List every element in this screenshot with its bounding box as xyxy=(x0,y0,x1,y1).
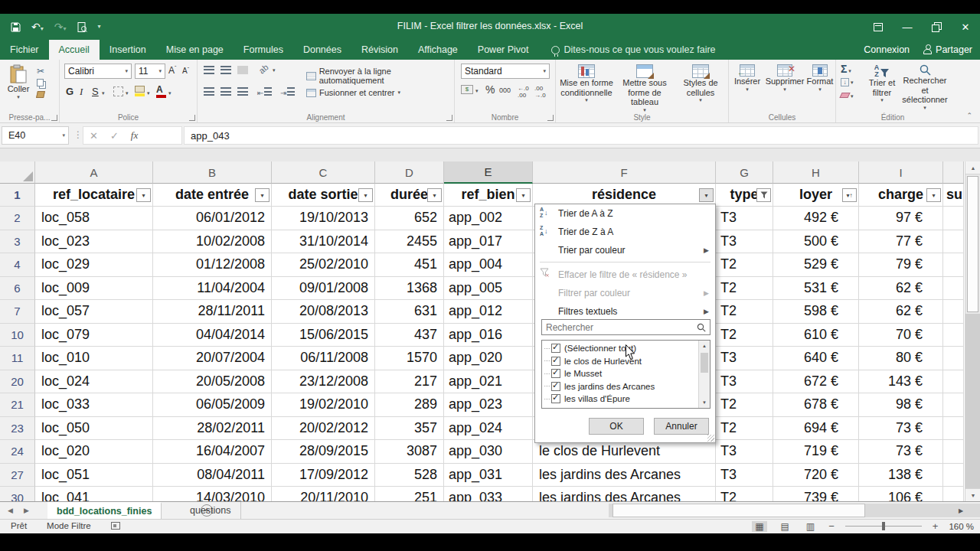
worksheet-grid[interactable]: ABCDEFGHI1ref_locataire▾date entrée▾date… xyxy=(0,161,965,501)
align-right-icon[interactable] xyxy=(237,87,248,96)
cell[interactable] xyxy=(943,464,964,487)
checkbox-checked[interactable] xyxy=(551,369,560,378)
filter-list-scrollbar[interactable]: ▲ ▼ xyxy=(698,341,710,408)
ribbon-tab-fichier[interactable]: Fichier xyxy=(0,40,49,60)
cell[interactable]: 28/11/2011 xyxy=(153,300,272,324)
cancel-entry-icon[interactable]: ✕ xyxy=(90,130,98,142)
confirm-entry-icon[interactable]: ✓ xyxy=(110,130,119,142)
cell[interactable]: 19/10/2013 xyxy=(272,207,375,230)
column-letter-B[interactable]: B xyxy=(153,161,272,184)
bold-button[interactable]: G xyxy=(66,86,74,97)
tell-me-box[interactable]: Dites-nous ce que vous voulez faire xyxy=(539,40,716,60)
cell[interactable]: T2 xyxy=(716,300,773,324)
cell[interactable]: T3 xyxy=(716,347,773,370)
merge-center-button[interactable]: Fusionner et centrer▾ xyxy=(306,88,400,97)
thousands-icon[interactable]: 000 xyxy=(499,86,511,94)
cell[interactable]: 10/02/2008 xyxy=(153,230,272,254)
cell[interactable]: loc_079 xyxy=(35,324,153,347)
clipboard-dialog-launcher[interactable] xyxy=(51,115,57,121)
cell[interactable]: app_016 xyxy=(444,324,533,347)
menu-resize-grip[interactable] xyxy=(707,435,714,442)
name-box-arrow-icon[interactable]: ▾ xyxy=(62,132,65,139)
list-scroll-up-icon[interactable]: ▲ xyxy=(699,341,710,351)
scroll-up-icon[interactable]: ▲ xyxy=(965,161,980,174)
cell[interactable]: 598 € xyxy=(773,300,859,324)
cell[interactable]: le clos de Hurlevent xyxy=(533,440,716,464)
ribbon-tab-mise-en-page[interactable]: Mise en page xyxy=(156,40,234,60)
number-dialog-launcher[interactable] xyxy=(547,115,554,121)
clear-icon[interactable]: ▾ xyxy=(841,90,853,99)
cell[interactable]: loc_024 xyxy=(35,370,153,394)
cell[interactable]: loc_009 xyxy=(35,277,153,301)
cell[interactable]: loc_020 xyxy=(35,440,153,464)
filter-option-le-musset[interactable]: le Musset xyxy=(542,367,710,380)
list-scroll-down-icon[interactable]: ▼ xyxy=(699,397,710,408)
close-button[interactable]: ✕ xyxy=(951,14,980,40)
cell[interactable]: 28/09/2015 xyxy=(272,440,375,464)
format-as-table-button[interactable]: Mettre sous forme de tableau▾ xyxy=(616,61,674,113)
cut-icon[interactable]: ✂ xyxy=(37,66,44,77)
column-letter-F[interactable]: F xyxy=(533,161,716,184)
row-number-10[interactable]: 10 xyxy=(0,324,35,347)
cell[interactable]: 17/09/2012 xyxy=(272,464,375,487)
cell[interactable]: app_024 xyxy=(444,417,533,441)
cell[interactable]: 14/03/2010 xyxy=(153,487,272,501)
fill-color-icon[interactable] xyxy=(135,86,145,96)
cell[interactable]: 25/02/2010 xyxy=(272,253,375,277)
column-letter-E[interactable]: E xyxy=(444,161,533,184)
row-number-21[interactable]: 21 xyxy=(0,393,35,417)
cell[interactable]: app_023 xyxy=(444,393,533,417)
align-middle-icon[interactable] xyxy=(220,66,231,74)
cell[interactable]: 678 € xyxy=(773,393,859,417)
vertical-scroll-thumb[interactable] xyxy=(967,176,978,312)
cell[interactable]: 20/05/2008 xyxy=(153,370,272,394)
cell[interactable] xyxy=(943,230,964,254)
cell[interactable]: 62 € xyxy=(859,300,943,324)
cell[interactable]: T3 xyxy=(716,440,773,464)
row-number-3[interactable]: 3 xyxy=(0,230,35,254)
scroll-right-icon[interactable]: ▶ xyxy=(954,504,968,517)
cell[interactable]: app_005 xyxy=(444,277,533,301)
cancel-button[interactable]: Annuler xyxy=(654,418,709,435)
filter-button-charge[interactable]: ▾ xyxy=(926,188,941,202)
font-name-combo[interactable]: Calibri▾ xyxy=(64,64,132,79)
cell[interactable]: 640 € xyxy=(773,347,859,370)
menu-item-trier-par-couleur[interactable]: Trier par couleur▶ xyxy=(535,241,715,259)
cell[interactable]: app_017 xyxy=(444,230,533,254)
row-number-23[interactable]: 23 xyxy=(0,417,35,441)
share-button[interactable]: Partager xyxy=(923,44,972,55)
ok-button[interactable]: OK xyxy=(589,418,644,435)
filter-search-input[interactable]: Rechercher xyxy=(541,319,710,335)
cell[interactable] xyxy=(943,393,964,417)
cell[interactable]: 19/02/2010 xyxy=(272,393,375,417)
cell[interactable]: T3 xyxy=(716,207,773,230)
cell[interactable]: 73 € xyxy=(859,440,943,464)
sheet-tab-bdd_locations_finies[interactable]: bdd_locations_finies xyxy=(47,502,162,519)
cell[interactable]: 500 € xyxy=(773,230,859,254)
cell[interactable]: 739 € xyxy=(773,487,859,501)
borders-icon[interactable] xyxy=(113,86,123,96)
zoom-out-icon[interactable]: − xyxy=(828,520,835,532)
cell-styles-button[interactable]: Styles de cellules▾ xyxy=(674,61,727,103)
checkbox-checked[interactable] xyxy=(551,357,560,366)
filter-button-type[interactable] xyxy=(756,188,771,202)
align-dialog-launcher[interactable] xyxy=(446,115,452,121)
cell[interactable]: app_033 xyxy=(444,487,533,501)
italic-button[interactable]: I xyxy=(80,86,83,98)
column-letter-A[interactable]: A xyxy=(35,161,153,184)
connexion-button[interactable]: Connexion xyxy=(864,44,910,55)
cell[interactable]: 15/06/2015 xyxy=(272,324,375,347)
macro-record-icon[interactable] xyxy=(111,522,120,530)
row-number-24[interactable]: 24 xyxy=(0,440,35,464)
cell[interactable]: T2 xyxy=(716,487,773,501)
cell[interactable]: 01/12/2008 xyxy=(153,253,272,277)
select-all-corner[interactable] xyxy=(0,161,35,184)
row-number-1[interactable]: 1 xyxy=(0,184,35,207)
page-layout-view-icon[interactable]: ▤ xyxy=(778,521,792,532)
sheet-tab-questions[interactable]: questions xyxy=(181,502,241,519)
checkbox-checked[interactable] xyxy=(551,394,560,403)
name-box[interactable]: E40▾ xyxy=(2,126,69,145)
cell[interactable]: 20/07/2004 xyxy=(153,347,272,370)
sort-filter-button[interactable]: AZ Trier et filtrer▾ xyxy=(862,61,902,103)
column-letter-D[interactable]: D xyxy=(375,161,444,184)
